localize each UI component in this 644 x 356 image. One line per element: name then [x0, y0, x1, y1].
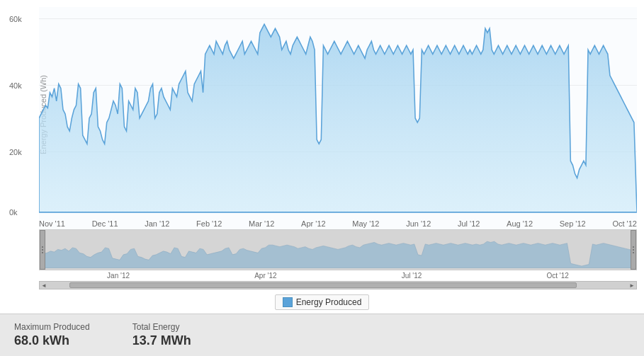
x-axis: Nov '11 Dec '11 Jan '12 Feb '12 Mar '12 …	[39, 219, 637, 229]
stats-area: Maximum Produced 68.0 kWh Total Energy 1…	[0, 314, 644, 356]
x-label-may12: May '12	[352, 219, 379, 228]
nav-label-jul: Jul '12	[402, 272, 422, 280]
svg-rect-2	[40, 230, 636, 270]
x-label-jun12: Jun '12	[406, 219, 431, 228]
stat-value-maximum: 68.0 kWh	[14, 333, 90, 348]
navigator-x-labels: Jan '12 Apr '12 Jul '12 Oct '12	[39, 270, 637, 280]
stat-total-energy: Total Energy 13.7 MWh	[132, 322, 191, 348]
stat-maximum-produced: Maximum Produced 68.0 kWh	[14, 322, 90, 348]
scroll-thumb[interactable]	[69, 282, 577, 288]
x-label-dec11: Dec '11	[92, 219, 118, 228]
x-label-sep12: Sep '12	[560, 219, 586, 228]
main-chart-svg	[39, 7, 637, 229]
chart-container: Energy Produced (Wh) 60k 40k 20k 0k	[0, 0, 644, 356]
gridline-label-40k: 40k	[9, 81, 22, 90]
x-label-nov11: Nov '11	[39, 219, 65, 228]
nav-label-jan: Jan '12	[107, 272, 130, 280]
nav-label-oct: Oct '12	[547, 272, 569, 280]
chart-inner: 60k 40k 20k 0k	[39, 7, 637, 229]
x-label-oct12: Oct '12	[612, 219, 637, 228]
stat-label-total: Total Energy	[132, 322, 191, 332]
scroll-bar[interactable]: ◄ ►	[39, 281, 637, 289]
x-label-apr12: Apr '12	[301, 219, 326, 228]
navigator-wrapper: Jan '12 Apr '12 Jul '12 Oct '12	[39, 229, 637, 280]
navigator-handle-right[interactable]	[631, 230, 636, 270]
x-label-feb12: Feb '12	[196, 219, 222, 228]
navigator-handle-left[interactable]	[40, 230, 45, 270]
navigator-svg	[40, 230, 636, 270]
gridline-label-0k: 0k	[9, 208, 18, 217]
x-label-mar12: Mar '12	[249, 219, 274, 228]
stat-value-total: 13.7 MWh	[132, 333, 191, 348]
x-label-jul12: Jul '12	[458, 219, 480, 228]
navigator-area[interactable]	[39, 229, 637, 270]
legend-item-energy-produced[interactable]: Energy Produced	[275, 294, 370, 310]
main-chart-area: Energy Produced (Wh) 60k 40k 20k 0k	[0, 0, 644, 229]
nav-label-apr: Apr '12	[254, 272, 276, 280]
gridline-label-20k: 20k	[9, 148, 22, 156]
x-label-aug12: Aug '12	[507, 219, 533, 228]
x-label-jan12: Jan '12	[145, 219, 169, 228]
gridline-label-60k: 60k	[9, 15, 22, 23]
scroll-arrow-right[interactable]: ►	[629, 282, 635, 289]
stat-label-maximum: Maximum Produced	[14, 322, 90, 332]
legend-area: Energy Produced	[0, 291, 644, 314]
legend-label-energy-produced: Energy Produced	[296, 297, 362, 307]
scroll-arrow-left[interactable]: ◄	[41, 282, 47, 289]
legend-color-energy-produced	[283, 297, 293, 307]
